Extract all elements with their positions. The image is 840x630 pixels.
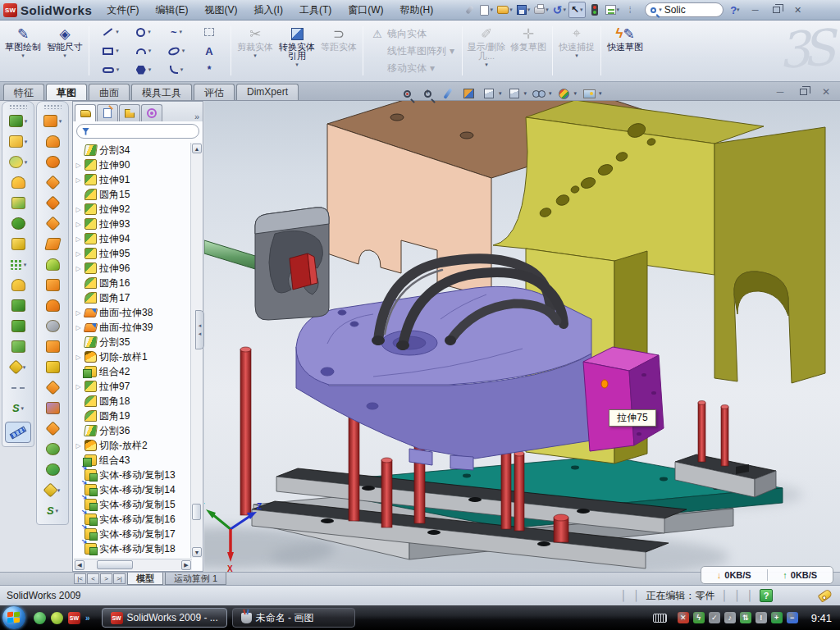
- reference-geometry-icon[interactable]: [4, 377, 32, 398]
- panel-splitter-handle[interactable]: ◂◂: [195, 310, 204, 349]
- tree-item-move-copy18[interactable]: 实体-移动/复制18: [75, 541, 191, 556]
- quick-snaps-button[interactable]: ⌖快速捕捉▾: [557, 23, 596, 79]
- intersect-icon[interactable]: [39, 439, 66, 459]
- boundary-boss-icon[interactable]: [4, 193, 32, 213]
- tree-item-fillet15[interactable]: 圆角15: [75, 187, 191, 202]
- tag-icon[interactable]: [818, 588, 833, 602]
- lofted-boss-icon[interactable]: [4, 172, 32, 193]
- sketch-selection-box-icon[interactable]: [194, 24, 225, 41]
- dimxpert-tab[interactable]: [141, 104, 162, 121]
- tree-item-extrude95[interactable]: ▷拉伸95: [75, 246, 191, 261]
- menu-window[interactable]: 窗口(W): [341, 1, 390, 20]
- revolved-boss-icon[interactable]: ▾: [4, 131, 32, 152]
- tab-nav-2[interactable]: >: [100, 573, 112, 584]
- options-icon-dropdown[interactable]: ▾: [617, 7, 620, 13]
- task-solidworks[interactable]: SWSolidWorks 2009 - ...: [102, 608, 227, 628]
- wrap-feature-icon[interactable]: ▾: [4, 357, 32, 377]
- menu-help[interactable]: 帮助(H): [394, 1, 441, 20]
- graphics-viewport[interactable]: Y Z X: [204, 101, 840, 572]
- display-style-icon[interactable]: [506, 85, 523, 102]
- swept-boss-icon[interactable]: ▾: [4, 152, 32, 172]
- tab-sketch[interactable]: 草图: [46, 84, 87, 100]
- tree-item-combine42[interactable]: 组合42: [75, 364, 191, 379]
- menu-edit[interactable]: 编辑(E): [149, 1, 195, 20]
- convert-entities-button[interactable]: 转换实体引用▾: [277, 23, 317, 79]
- tree-item-fillet18[interactable]: 圆角18: [75, 394, 191, 409]
- tree-hscroll-thumb[interactable]: [97, 560, 133, 569]
- open-icon-dropdown[interactable]: ▾: [509, 7, 513, 13]
- tree-item-split35[interactable]: 分割35: [75, 335, 191, 349]
- hide-show-icon-dropdown[interactable]: ▾: [549, 90, 552, 97]
- tree-item-move-copy14[interactable]: 实体-移动/复制14: [75, 482, 191, 497]
- tree-vertical-scrollbar[interactable]: ▲ ▼: [190, 143, 202, 558]
- scale-feature-icon[interactable]: [39, 316, 66, 336]
- tree-item-cut-loft1-expand-arrow[interactable]: ▷: [75, 354, 82, 361]
- display-style-icon-dropdown[interactable]: ▾: [524, 90, 527, 97]
- pin-icon[interactable]: [461, 2, 477, 18]
- tree-item-extrude97[interactable]: ▷拉伸97: [75, 379, 191, 394]
- tree-vscroll-thumb[interactable]: [192, 504, 201, 520]
- mirror-entities-button[interactable]: ⚠镜向实体: [368, 25, 458, 42]
- overflow-icon[interactable]: ⁞: [622, 2, 638, 18]
- filter-wand-icon[interactable]: [440, 85, 456, 102]
- close-button[interactable]: ✕: [791, 4, 806, 16]
- selected-extrude-body[interactable]: [583, 347, 664, 451]
- sketch-slot-icon[interactable]: ▾: [95, 62, 126, 79]
- display-delete-relations-button[interactable]: ✐显示/删除几...▾: [467, 23, 506, 79]
- tree-item-split36[interactable]: 分割36: [75, 423, 191, 438]
- new-document-icon-dropdown[interactable]: ▾: [490, 7, 493, 13]
- scroll-down-button[interactable]: ▼: [192, 547, 202, 557]
- sketch-spline-icon[interactable]: ~▾: [161, 24, 192, 41]
- tree-item-surface-extrude38-expand-arrow[interactable]: ▷: [75, 309, 82, 317]
- undercut-analysis-icon[interactable]: [39, 172, 66, 193]
- tree-item-extrude96[interactable]: ▷拉伸96: [75, 261, 191, 276]
- tray-volume-icon[interactable]: ♪: [724, 612, 736, 623]
- traffic-light-icon[interactable]: [587, 2, 603, 18]
- sketch-text-icon[interactable]: A: [194, 43, 225, 60]
- tab-features[interactable]: 特征: [3, 84, 44, 100]
- print-icon-dropdown[interactable]: ▾: [546, 7, 549, 13]
- tree-item-fillet16[interactable]: 圆角16: [75, 276, 191, 290]
- spline-tool-icon[interactable]: S▾: [39, 500, 66, 521]
- measure-tool-button[interactable]: [5, 422, 31, 443]
- hole-wizard-icon[interactable]: [4, 234, 32, 254]
- extruded-boss-icon[interactable]: ▾: [4, 111, 32, 131]
- sketch-polygon-icon[interactable]: ▾: [128, 62, 159, 79]
- tab-motion-study-1[interactable]: 运动算例 1: [165, 573, 226, 585]
- sketch-circle-icon[interactable]: ▾: [128, 24, 159, 41]
- tab-nav-0[interactable]: |<: [74, 573, 86, 584]
- tree-item-combine43[interactable]: 组合43: [75, 453, 191, 468]
- keyboard-tray-icon[interactable]: [653, 614, 667, 623]
- tray-green-shield-icon[interactable]: ϟ: [693, 612, 705, 623]
- scroll-up-button[interactable]: ▲: [192, 144, 202, 153]
- taskbar-clock[interactable]: 9:41: [811, 612, 832, 624]
- tree-item-extrude94-expand-arrow[interactable]: ▷: [75, 235, 82, 243]
- offset-entities-button[interactable]: ⊃等距实体: [319, 23, 358, 79]
- featuremanager-tab[interactable]: [75, 104, 96, 121]
- tree-item-surface-extrude39[interactable]: ▷曲面-拉伸39: [75, 320, 191, 335]
- print-icon[interactable]: ▾: [532, 2, 550, 18]
- tree-item-split34[interactable]: 分割34: [75, 143, 191, 158]
- undo-icon[interactable]: ↺▾: [551, 2, 568, 18]
- menu-view[interactable]: 视图(V): [199, 1, 244, 20]
- freeform-icon[interactable]: ▾: [39, 480, 66, 500]
- zoom-fit-icon[interactable]: [399, 85, 415, 102]
- tab-nav-1[interactable]: <: [87, 573, 99, 584]
- menu-file[interactable]: 文件(F): [100, 1, 145, 20]
- new-document-icon[interactable]: ▾: [478, 2, 495, 18]
- sketch-arc-icon[interactable]: ▾: [128, 43, 159, 60]
- sketch-line-icon[interactable]: ▾: [95, 24, 126, 41]
- tree-item-extrude90[interactable]: ▷拉伸90: [75, 158, 191, 172]
- combine-bodies-icon[interactable]: [39, 418, 66, 439]
- undo-icon-dropdown[interactable]: ▾: [564, 7, 567, 13]
- quick-tips-icon[interactable]: ?: [760, 589, 773, 602]
- tray-status-icon[interactable]: −: [787, 612, 798, 623]
- curves-icon[interactable]: S▾: [4, 398, 32, 418]
- cavity-icon[interactable]: [39, 295, 66, 316]
- propertymanager-tab[interactable]: [97, 104, 118, 121]
- tab-model[interactable]: 模型: [127, 573, 163, 585]
- smart-dimension-button[interactable]: ◈智能尺寸▾: [45, 23, 84, 79]
- scroll-right-button[interactable]: ▶: [181, 560, 191, 570]
- tray-network-warning-icon[interactable]: !: [756, 612, 767, 623]
- core-icon[interactable]: [39, 275, 66, 295]
